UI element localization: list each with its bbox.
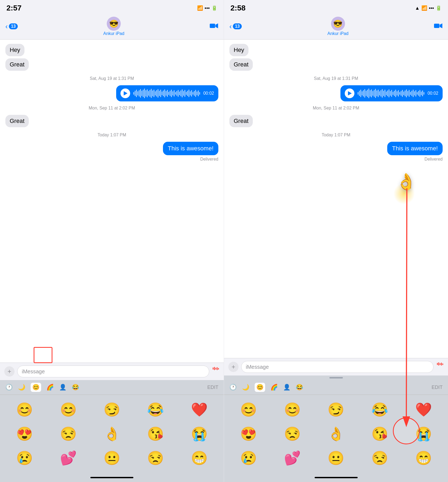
emoji-sad-left[interactable]: 😢 [3, 446, 46, 470]
emoji-ok-right[interactable]: 👌 [314, 422, 358, 446]
emoji-smirk-right[interactable]: 😏 [314, 398, 358, 422]
emoji-hearteyes-right[interactable]: 😍 [227, 422, 271, 446]
svg-rect-11 [442, 363, 443, 365]
waveform-left [133, 88, 200, 98]
tab-activities-left[interactable]: 🌈 [47, 384, 54, 391]
add-button-right[interactable]: + [228, 362, 239, 372]
message-input-right[interactable]: iMessage [241, 361, 433, 373]
emoji-hearteyes-left[interactable]: 😍 [3, 422, 46, 446]
nav-bar-right: ‹ 13 😎 Ankur iPad [224, 15, 448, 40]
svg-rect-7 [437, 363, 438, 365]
tab-nature-right[interactable]: 🌙 [242, 384, 249, 391]
audio-input-btn-right[interactable] [436, 362, 444, 371]
contact-avatar-right[interactable]: 😎 [331, 17, 345, 31]
right-panel: 2:58 ▲ 📶 ▪▪▪ 🔋 ‹ 13 😎 Ankur iPad Hey Gre… [224, 0, 448, 482]
tab-nature-left[interactable]: 🌙 [18, 384, 25, 391]
back-badge-right[interactable]: 13 [233, 23, 242, 29]
bubble-great2-left: Great [5, 115, 29, 127]
status-icons-right: ▲ 📶 ▪▪▪ 🔋 [415, 5, 442, 11]
emoji-joy-right[interactable]: 😂 [358, 398, 402, 422]
play-button-right[interactable] [345, 88, 354, 98]
messages-area-right: Hey Great Sat, Aug 19 at 1:31 PM [224, 40, 448, 358]
messages-area-left: Hey Great Sat, Aug 19 at 1:31 PM [0, 40, 224, 363]
emoji-joy-left[interactable]: 😂 [134, 398, 177, 422]
edit-button-right[interactable]: EDIT [432, 385, 443, 390]
input-area-left: + iMessage [0, 363, 224, 380]
audio-bubble-left[interactable]: 00:02 [116, 85, 218, 101]
home-indicator-left [0, 473, 224, 482]
tab-activities-right[interactable]: 🌈 [271, 384, 278, 391]
contact-avatar-left[interactable]: 😎 [107, 17, 121, 31]
tab-laughing-right[interactable]: 😂 [296, 384, 303, 391]
timestamp3-left: Today 1:07 PM [5, 133, 218, 137]
battery-icon-right: 🔋 [436, 5, 442, 11]
audio-duration-left: 00:02 [203, 91, 214, 96]
video-button-left[interactable] [210, 22, 218, 31]
emoji-neutral-right[interactable]: 😐 [314, 446, 358, 470]
emoji-cry-left[interactable]: 😭 [177, 422, 221, 446]
emoji-hearts-right[interactable]: 💕 [271, 446, 314, 470]
emoji-hearts-left[interactable]: 💕 [46, 446, 90, 470]
nav-center-right: 😎 Ankur iPad [328, 17, 349, 36]
edit-button-left[interactable]: EDIT [207, 385, 218, 390]
emoji-smirk-left[interactable]: 😏 [90, 398, 134, 422]
home-bar-left [90, 477, 133, 478]
left-panel: 2:57 📶 ▪▪▪ 🔋 ‹ 13 😎 Ankur iPad Hey Great… [0, 0, 224, 482]
back-button-left[interactable]: ‹ 13 [5, 22, 18, 31]
status-time-left: 2:57 [6, 4, 22, 12]
play-button-left[interactable] [120, 88, 130, 98]
emoji-grinning-right[interactable]: 😊 [227, 398, 271, 422]
back-button-right[interactable]: ‹ 13 [229, 22, 242, 31]
bubble-great1-left: Great [5, 58, 29, 71]
emoji-neutral-left[interactable]: 😐 [90, 446, 134, 470]
back-badge-left[interactable]: 13 [9, 23, 18, 29]
play-triangle-right [348, 91, 352, 95]
tab-person-left[interactable]: 👤 [59, 384, 66, 391]
bubble-awesome-right: This is awesome! [387, 142, 443, 155]
emoji-grinning-left[interactable]: 😊 [3, 398, 46, 422]
bubble-great2-right: Great [229, 115, 253, 127]
drag-bar [329, 377, 343, 378]
audio-duration-right: 00:02 [428, 91, 438, 96]
add-button-left[interactable]: + [4, 366, 15, 377]
audio-input-btn-left[interactable] [212, 367, 219, 376]
svg-rect-3 [215, 368, 216, 370]
emoji-smile-right[interactable]: 😊 [271, 398, 314, 422]
svg-rect-4 [217, 367, 218, 370]
tab-recent-right[interactable]: 🕐 [229, 384, 237, 391]
emoji-heart-left[interactable]: ❤️ [177, 398, 221, 422]
emoji-grin-left[interactable]: 😁 [177, 446, 221, 470]
tab-emoji-left[interactable]: 😊 [31, 383, 41, 392]
emoji-tab-bar-right: 🕐 🌙 😊 🌈 👤 😂 EDIT [224, 380, 448, 395]
audio-bubble-right[interactable]: 00:02 [340, 85, 443, 101]
emoji-unamused-left[interactable]: 😒 [46, 422, 90, 446]
home-indicator-right [224, 473, 448, 482]
tab-person-right[interactable]: 👤 [283, 384, 290, 391]
emoji-sad-right[interactable]: 😢 [227, 446, 271, 470]
nav-bar-left: ‹ 13 😎 Ankur iPad [0, 15, 224, 40]
input-placeholder-right: iMessage [246, 364, 269, 370]
emoji-ok-left[interactable]: 👌 [90, 422, 134, 446]
contact-name-right[interactable]: Ankur iPad [328, 31, 349, 36]
emoji-unamused-right[interactable]: 😒 [271, 422, 314, 446]
circle-highlight-ok-emoji [393, 417, 420, 444]
emoji-grin-right[interactable]: 😁 [401, 446, 445, 470]
delivered-label-right: Delivered [424, 157, 443, 162]
message-input-left[interactable]: iMessage [17, 366, 209, 377]
svg-rect-5 [218, 368, 219, 370]
tab-emoji-right[interactable]: 😊 [255, 383, 265, 392]
emoji-kiss-left[interactable]: 😘 [134, 422, 177, 446]
bubble-hey-left: Hey [5, 44, 24, 56]
emoji-smile-left[interactable]: 😊 [46, 398, 90, 422]
emoji-pensive-left[interactable]: 😒 [134, 446, 177, 470]
video-button-right[interactable] [434, 22, 443, 31]
emoji-pensive-right[interactable]: 😒 [358, 446, 402, 470]
battery-icon-left: 🔋 [211, 5, 217, 11]
floating-ok-emoji: 👌 [396, 172, 416, 191]
svg-rect-8 [438, 362, 439, 366]
contact-name-left[interactable]: Ankur iPad [103, 31, 124, 36]
svg-rect-9 [440, 363, 440, 365]
tab-laughing-left[interactable]: 😂 [72, 384, 79, 391]
chevron-left-icon-left: ‹ [5, 22, 8, 31]
tab-recent-left[interactable]: 🕐 [5, 384, 13, 391]
